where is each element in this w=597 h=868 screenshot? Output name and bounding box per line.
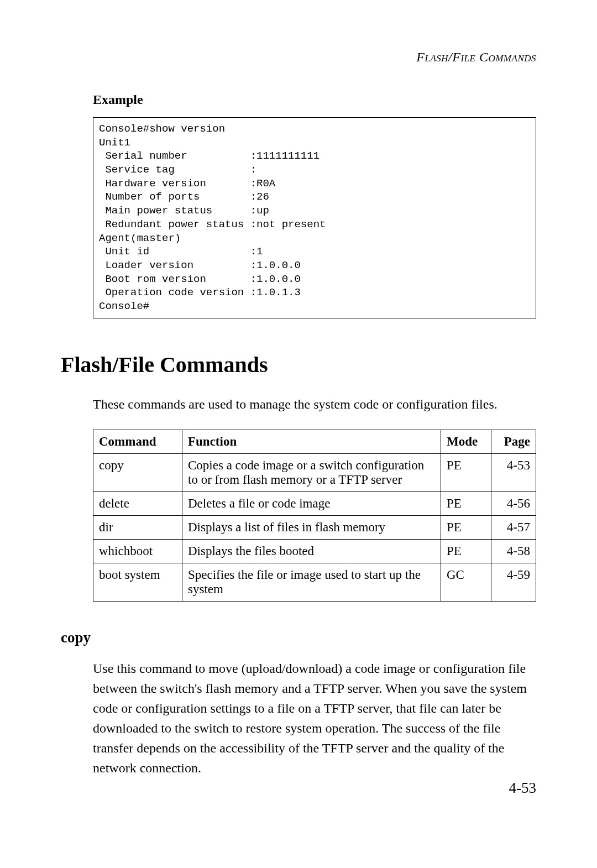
page-number: 4-53 [509, 780, 537, 797]
cell-mode: PE [441, 491, 491, 515]
section-intro: These commands are used to manage the sy… [93, 394, 536, 414]
cell-mode: PE [441, 539, 491, 563]
table-row: copyCopies a code image or a switch conf… [93, 453, 536, 491]
cell-page: 4-59 [491, 563, 536, 601]
section-title: Flash/File Commands [61, 352, 536, 378]
cell-command: copy [93, 453, 182, 491]
cell-mode: PE [441, 453, 491, 491]
cell-function: Specifies the file or image used to star… [182, 563, 441, 601]
cell-page: 4-58 [491, 539, 536, 563]
table-row: deleteDeletes a file or code imagePE4-56 [93, 491, 536, 515]
cell-mode: PE [441, 515, 491, 539]
cell-command: delete [93, 491, 182, 515]
running-head: Flash/File Commands [61, 50, 536, 65]
th-command: Command [93, 430, 182, 453]
table-header-row: Command Function Mode Page [93, 430, 536, 453]
code-block: Console#show version Unit1 Serial number… [93, 117, 536, 318]
th-page: Page [491, 430, 536, 453]
cell-function: Copies a code image or a switch configur… [182, 453, 441, 491]
cell-command: dir [93, 515, 182, 539]
table-row: boot systemSpecifies the file or image u… [93, 563, 536, 601]
cell-page: 4-56 [491, 491, 536, 515]
copy-heading: copy [61, 629, 536, 646]
copy-body: Use this command to move (upload/downloa… [93, 658, 536, 778]
th-function: Function [182, 430, 441, 453]
cell-command: whichboot [93, 539, 182, 563]
cell-function: Deletes a file or code image [182, 491, 441, 515]
example-heading: Example [93, 92, 536, 107]
cell-command: boot system [93, 563, 182, 601]
command-table: Command Function Mode Page copyCopies a … [93, 430, 536, 602]
table-row: whichbootDisplays the files bootedPE4-58 [93, 539, 536, 563]
cell-function: Displays the files booted [182, 539, 441, 563]
th-mode: Mode [441, 430, 491, 453]
cell-mode: GC [441, 563, 491, 601]
cell-page: 4-57 [491, 515, 536, 539]
cell-page: 4-53 [491, 453, 536, 491]
cell-function: Displays a list of files in flash memory [182, 515, 441, 539]
table-row: dirDisplays a list of files in flash mem… [93, 515, 536, 539]
